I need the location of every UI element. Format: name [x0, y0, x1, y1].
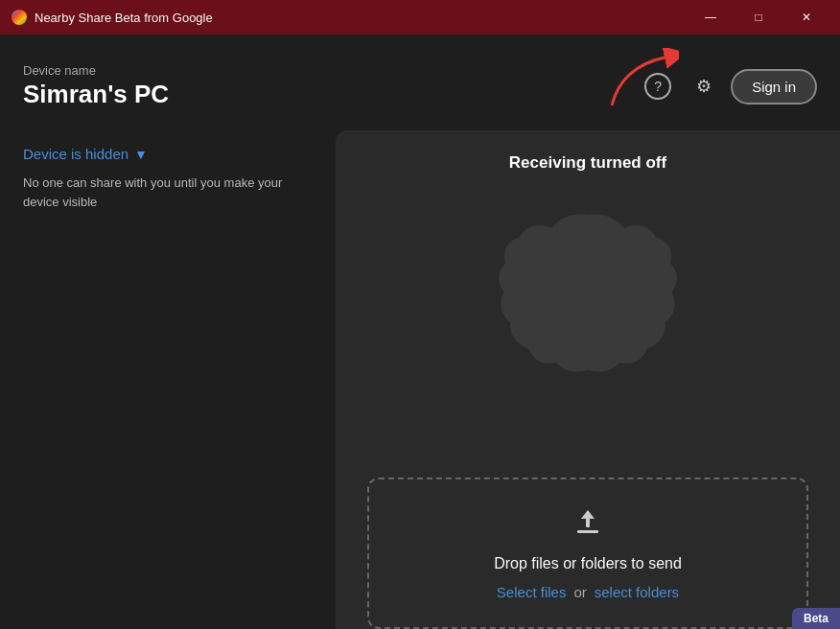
settings-button[interactable]: ⚙ [685, 67, 723, 105]
sign-in-button[interactable]: Sign in [731, 69, 817, 105]
visibility-dropdown[interactable]: Device is hidden ▼ [23, 146, 313, 162]
device-name-label: Device name [23, 63, 169, 78]
svg-rect-1 [577, 530, 598, 533]
title-bar-left: Nearby Share Beta from Google [12, 10, 213, 25]
maximize-button[interactable]: □ [736, 0, 781, 35]
sidebar: Device is hidden ▼ No one can share with… [0, 130, 336, 629]
window-controls: — □ ✕ [688, 0, 828, 35]
settings-icon: ⚙ [696, 76, 712, 97]
select-files-link[interactable]: Select files [497, 584, 567, 600]
svg-marker-3 [581, 510, 595, 519]
close-button[interactable]: ✕ [784, 0, 828, 35]
help-icon: ? [644, 73, 671, 100]
device-name-section: Device name Simran's PC [23, 63, 169, 109]
main-panel: Receiving turned off Drop files or folde… [336, 130, 840, 629]
visibility-description: No one can share with you until you make… [23, 174, 292, 211]
upload-icon [572, 506, 603, 544]
close-icon: ✕ [802, 11, 811, 24]
drop-text: Drop files or folders to send [494, 555, 682, 572]
header: Device name Simran's PC ? ⚙ Sign in [0, 35, 840, 130]
visibility-label: Device is hidden [23, 146, 128, 162]
receiving-status: Receiving turned off [509, 153, 666, 173]
content-area: Device is hidden ▼ No one can share with… [0, 130, 840, 629]
title-bar: Nearby Share Beta from Google — □ ✕ [0, 0, 840, 35]
minimize-icon: — [705, 11, 716, 24]
maximize-icon: □ [755, 11, 761, 24]
header-buttons: ? ⚙ Sign in [639, 67, 817, 105]
dropdown-arrow-icon: ▼ [134, 147, 148, 162]
select-row: Select files or select folders [497, 584, 679, 600]
help-button[interactable]: ? [639, 67, 677, 105]
app-title: Nearby Share Beta from Google [35, 11, 213, 25]
device-name-value: Simran's PC [23, 80, 169, 109]
or-label: or [573, 584, 586, 600]
app-icon [12, 10, 27, 25]
beta-badge: Beta [792, 608, 840, 629]
blob-container [492, 192, 684, 384]
select-folders-link[interactable]: select folders [595, 584, 679, 600]
blob-shape [497, 197, 679, 379]
drop-zone[interactable]: Drop files or folders to send Select fil… [367, 478, 808, 629]
minimize-button[interactable]: — [688, 0, 733, 35]
